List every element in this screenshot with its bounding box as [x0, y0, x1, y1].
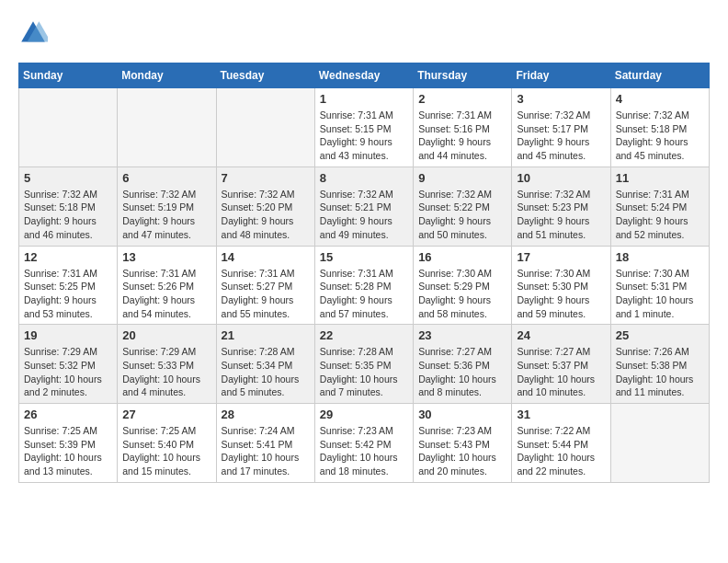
day-info: Sunrise: 7:32 AM Sunset: 5:18 PM Dayligh… — [616, 109, 704, 163]
calendar-day-empty — [19, 88, 118, 167]
calendar-day-11: 11Sunrise: 7:31 AM Sunset: 5:24 PM Dayli… — [610, 167, 709, 246]
calendar-day-6: 6Sunrise: 7:32 AM Sunset: 5:19 PM Daylig… — [118, 167, 216, 246]
day-number: 1 — [320, 92, 408, 106]
day-info: Sunrise: 7:30 AM Sunset: 5:31 PM Dayligh… — [616, 267, 704, 321]
day-header-sunday: Sunday — [19, 63, 118, 88]
calendar-day-28: 28Sunrise: 7:24 AM Sunset: 5:41 PM Dayli… — [216, 404, 314, 483]
calendar-day-empty — [118, 88, 216, 167]
day-number: 19 — [24, 328, 112, 342]
calendar-day-7: 7Sunrise: 7:32 AM Sunset: 5:20 PM Daylig… — [216, 167, 314, 246]
day-number: 8 — [320, 171, 408, 185]
day-info: Sunrise: 7:32 AM Sunset: 5:20 PM Dayligh… — [222, 188, 310, 242]
calendar-day-13: 13Sunrise: 7:31 AM Sunset: 5:26 PM Dayli… — [118, 246, 216, 325]
calendar-day-empty — [610, 404, 709, 483]
day-number: 27 — [122, 408, 210, 421]
calendar-day-21: 21Sunrise: 7:28 AM Sunset: 5:34 PM Dayli… — [216, 325, 314, 404]
calendar-day-31: 31Sunrise: 7:22 AM Sunset: 5:44 PM Dayli… — [512, 404, 610, 483]
calendar-week-row: 1Sunrise: 7:31 AM Sunset: 5:15 PM Daylig… — [19, 88, 710, 167]
day-number: 30 — [418, 408, 506, 421]
day-number: 4 — [616, 92, 704, 106]
day-info: Sunrise: 7:28 AM Sunset: 5:34 PM Dayligh… — [222, 345, 310, 399]
calendar-day-9: 9Sunrise: 7:32 AM Sunset: 5:22 PM Daylig… — [414, 167, 512, 246]
day-info: Sunrise: 7:29 AM Sunset: 5:32 PM Dayligh… — [24, 345, 112, 399]
day-info: Sunrise: 7:31 AM Sunset: 5:16 PM Dayligh… — [418, 109, 506, 163]
day-info: Sunrise: 7:23 AM Sunset: 5:42 PM Dayligh… — [320, 424, 408, 478]
calendar-day-18: 18Sunrise: 7:30 AM Sunset: 5:31 PM Dayli… — [610, 246, 709, 325]
day-number: 28 — [222, 408, 310, 421]
day-number: 7 — [222, 171, 310, 185]
calendar-day-23: 23Sunrise: 7:27 AM Sunset: 5:36 PM Dayli… — [414, 325, 512, 404]
day-header-monday: Monday — [118, 63, 216, 88]
day-number: 22 — [320, 328, 408, 342]
calendar-day-1: 1Sunrise: 7:31 AM Sunset: 5:15 PM Daylig… — [314, 88, 413, 167]
calendar-day-27: 27Sunrise: 7:25 AM Sunset: 5:40 PM Dayli… — [118, 404, 216, 483]
day-info: Sunrise: 7:26 AM Sunset: 5:38 PM Dayligh… — [616, 345, 704, 399]
day-info: Sunrise: 7:22 AM Sunset: 5:44 PM Dayligh… — [517, 424, 605, 478]
day-number: 20 — [122, 328, 210, 342]
day-number: 25 — [616, 328, 704, 342]
calendar-day-24: 24Sunrise: 7:27 AM Sunset: 5:37 PM Dayli… — [512, 325, 610, 404]
calendar-day-16: 16Sunrise: 7:30 AM Sunset: 5:29 PM Dayli… — [414, 246, 512, 325]
day-info: Sunrise: 7:31 AM Sunset: 5:27 PM Dayligh… — [222, 267, 310, 321]
day-info: Sunrise: 7:24 AM Sunset: 5:41 PM Dayligh… — [222, 424, 310, 478]
calendar-header-row: SundayMondayTuesdayWednesdayThursdayFrid… — [19, 63, 710, 88]
calendar-day-10: 10Sunrise: 7:32 AM Sunset: 5:23 PM Dayli… — [512, 167, 610, 246]
day-info: Sunrise: 7:27 AM Sunset: 5:36 PM Dayligh… — [418, 345, 506, 399]
day-header-friday: Friday — [512, 63, 610, 88]
logo-icon — [18, 18, 48, 48]
calendar-day-20: 20Sunrise: 7:29 AM Sunset: 5:33 PM Dayli… — [118, 325, 216, 404]
day-number: 24 — [517, 328, 605, 342]
day-info: Sunrise: 7:32 AM Sunset: 5:18 PM Dayligh… — [24, 188, 112, 242]
day-number: 14 — [222, 250, 310, 264]
calendar-day-3: 3Sunrise: 7:32 AM Sunset: 5:17 PM Daylig… — [512, 88, 610, 167]
day-info: Sunrise: 7:32 AM Sunset: 5:19 PM Dayligh… — [122, 188, 210, 242]
day-number: 29 — [320, 408, 408, 421]
calendar-day-5: 5Sunrise: 7:32 AM Sunset: 5:18 PM Daylig… — [19, 167, 118, 246]
day-info: Sunrise: 7:28 AM Sunset: 5:35 PM Dayligh… — [320, 345, 408, 399]
day-info: Sunrise: 7:32 AM Sunset: 5:23 PM Dayligh… — [517, 188, 605, 242]
calendar-day-17: 17Sunrise: 7:30 AM Sunset: 5:30 PM Dayli… — [512, 246, 610, 325]
day-info: Sunrise: 7:23 AM Sunset: 5:43 PM Dayligh… — [418, 424, 506, 478]
day-header-thursday: Thursday — [414, 63, 512, 88]
day-number: 21 — [222, 328, 310, 342]
day-number: 15 — [320, 250, 408, 264]
day-number: 6 — [122, 171, 210, 185]
calendar-day-22: 22Sunrise: 7:28 AM Sunset: 5:35 PM Dayli… — [314, 325, 413, 404]
day-number: 18 — [616, 250, 704, 264]
day-number: 31 — [517, 408, 605, 421]
day-number: 3 — [517, 92, 605, 106]
day-info: Sunrise: 7:30 AM Sunset: 5:29 PM Dayligh… — [418, 267, 506, 321]
calendar-day-15: 15Sunrise: 7:31 AM Sunset: 5:28 PM Dayli… — [314, 246, 413, 325]
day-number: 11 — [616, 171, 704, 185]
day-info: Sunrise: 7:32 AM Sunset: 5:22 PM Dayligh… — [418, 188, 506, 242]
day-info: Sunrise: 7:30 AM Sunset: 5:30 PM Dayligh… — [517, 267, 605, 321]
calendar-day-30: 30Sunrise: 7:23 AM Sunset: 5:43 PM Dayli… — [414, 404, 512, 483]
day-info: Sunrise: 7:29 AM Sunset: 5:33 PM Dayligh… — [122, 345, 210, 399]
calendar-week-row: 12Sunrise: 7:31 AM Sunset: 5:25 PM Dayli… — [19, 246, 710, 325]
calendar-day-26: 26Sunrise: 7:25 AM Sunset: 5:39 PM Dayli… — [19, 404, 118, 483]
day-info: Sunrise: 7:27 AM Sunset: 5:37 PM Dayligh… — [517, 345, 605, 399]
day-number: 9 — [418, 171, 506, 185]
day-number: 12 — [24, 250, 112, 264]
day-info: Sunrise: 7:32 AM Sunset: 5:21 PM Dayligh… — [320, 188, 408, 242]
day-info: Sunrise: 7:31 AM Sunset: 5:15 PM Dayligh… — [320, 109, 408, 163]
calendar-day-2: 2Sunrise: 7:31 AM Sunset: 5:16 PM Daylig… — [414, 88, 512, 167]
day-info: Sunrise: 7:25 AM Sunset: 5:39 PM Dayligh… — [24, 424, 112, 478]
logo — [18, 18, 51, 48]
calendar-week-row: 19Sunrise: 7:29 AM Sunset: 5:32 PM Dayli… — [19, 325, 710, 404]
calendar-day-25: 25Sunrise: 7:26 AM Sunset: 5:38 PM Dayli… — [610, 325, 709, 404]
day-number: 2 — [418, 92, 506, 106]
calendar-day-14: 14Sunrise: 7:31 AM Sunset: 5:27 PM Dayli… — [216, 246, 314, 325]
day-number: 17 — [517, 250, 605, 264]
page-header — [18, 18, 710, 48]
calendar-day-19: 19Sunrise: 7:29 AM Sunset: 5:32 PM Dayli… — [19, 325, 118, 404]
calendar-week-row: 26Sunrise: 7:25 AM Sunset: 5:39 PM Dayli… — [19, 404, 710, 483]
day-info: Sunrise: 7:31 AM Sunset: 5:26 PM Dayligh… — [122, 267, 210, 321]
day-info: Sunrise: 7:31 AM Sunset: 5:28 PM Dayligh… — [320, 267, 408, 321]
day-info: Sunrise: 7:25 AM Sunset: 5:40 PM Dayligh… — [122, 424, 210, 478]
day-number: 13 — [122, 250, 210, 264]
calendar-day-8: 8Sunrise: 7:32 AM Sunset: 5:21 PM Daylig… — [314, 167, 413, 246]
calendar-day-29: 29Sunrise: 7:23 AM Sunset: 5:42 PM Dayli… — [314, 404, 413, 483]
calendar-week-row: 5Sunrise: 7:32 AM Sunset: 5:18 PM Daylig… — [19, 167, 710, 246]
day-number: 10 — [517, 171, 605, 185]
